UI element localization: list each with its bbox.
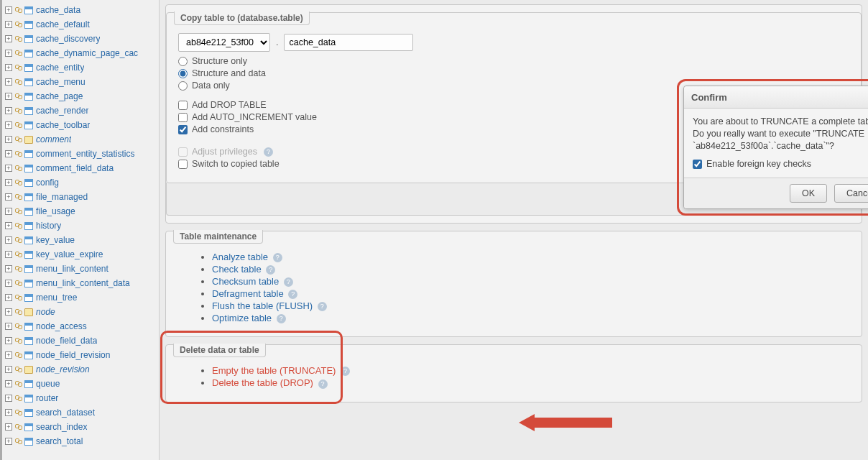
help-icon[interactable]: ? bbox=[273, 253, 282, 262]
link-icon bbox=[15, 165, 22, 171]
sidebar-item-cache_page[interactable]: +cache_page bbox=[2, 89, 159, 104]
expand-icon[interactable]: + bbox=[5, 251, 12, 258]
sidebar-item-node_field_revision[interactable]: +node_field_revision bbox=[2, 348, 159, 362]
sidebar-item-cache_entity[interactable]: +cache_entity bbox=[2, 60, 159, 75]
expand-icon[interactable]: + bbox=[5, 50, 12, 57]
sidebar-item-file_managed[interactable]: +file_managed bbox=[2, 190, 159, 204]
expand-icon[interactable]: + bbox=[5, 136, 12, 143]
radio-data-only[interactable] bbox=[178, 81, 188, 91]
sidebar-item-cache_default[interactable]: +cache_default bbox=[2, 17, 159, 32]
sidebar-item-cache_data[interactable]: +cache_data bbox=[2, 3, 159, 17]
table-icon bbox=[24, 21, 33, 29]
sidebar-item-comment_entity_statistics[interactable]: +comment_entity_statistics bbox=[2, 147, 159, 161]
sidebar-item-cache_toolbar[interactable]: +cache_toolbar bbox=[2, 118, 159, 132]
expand-icon[interactable]: + bbox=[5, 165, 12, 172]
expand-icon[interactable]: + bbox=[5, 107, 12, 114]
sidebar-item-comment[interactable]: +comment bbox=[2, 132, 159, 147]
help-icon[interactable]: ? bbox=[284, 277, 293, 287]
sidebar-item-node_revision[interactable]: +node_revision bbox=[2, 362, 159, 377]
expand-icon[interactable]: + bbox=[5, 423, 12, 431]
expand-icon[interactable]: + bbox=[5, 395, 12, 402]
expand-icon[interactable]: + bbox=[5, 294, 12, 301]
sidebar-item-comment_field_data[interactable]: +comment_field_data bbox=[2, 161, 159, 175]
radio-structure-only[interactable] bbox=[178, 57, 188, 66]
tree-label: comment_entity_statistics bbox=[36, 149, 134, 159]
expand-icon[interactable]: + bbox=[5, 409, 12, 416]
expand-icon[interactable]: + bbox=[5, 6, 12, 14]
tree-label: cache_menu bbox=[36, 77, 86, 87]
radio-structure-data[interactable] bbox=[178, 69, 188, 78]
copy-table-input[interactable] bbox=[284, 34, 413, 51]
expand-icon[interactable]: + bbox=[5, 193, 12, 201]
check-constraints[interactable] bbox=[178, 125, 188, 134]
check-switch[interactable] bbox=[178, 160, 188, 169]
sidebar-item-search_index[interactable]: +search_index bbox=[2, 420, 159, 434]
maintenance-link[interactable]: Defragment table bbox=[212, 288, 284, 299]
expand-icon[interactable]: + bbox=[5, 93, 12, 100]
expand-icon[interactable]: + bbox=[5, 208, 12, 215]
sidebar-item-menu_link_content[interactable]: +menu_link_content bbox=[2, 262, 159, 276]
sidebar-item-node[interactable]: +node bbox=[2, 305, 159, 319]
check-foreign-keys[interactable] bbox=[693, 160, 702, 169]
sidebar-item-node_access[interactable]: +node_access bbox=[2, 319, 159, 334]
expand-icon[interactable]: + bbox=[5, 351, 12, 359]
expand-icon[interactable]: + bbox=[5, 179, 12, 186]
sidebar-item-cache_menu[interactable]: +cache_menu bbox=[2, 75, 159, 89]
sidebar-item-file_usage[interactable]: +file_usage bbox=[2, 204, 159, 218]
maintenance-link[interactable]: Flush the table (FLUSH) bbox=[212, 300, 313, 311]
expand-icon[interactable]: + bbox=[5, 280, 12, 287]
sidebar-item-node_field_data[interactable]: +node_field_data bbox=[2, 334, 159, 348]
help-icon[interactable]: ? bbox=[266, 265, 275, 275]
sidebar-item-menu_link_content_data[interactable]: +menu_link_content_data bbox=[2, 276, 159, 290]
expand-icon[interactable]: + bbox=[5, 21, 12, 28]
delete-link[interactable]: Delete the table (DROP) bbox=[212, 377, 313, 388]
expand-icon[interactable]: + bbox=[5, 222, 12, 229]
expand-icon[interactable]: + bbox=[5, 323, 12, 330]
sidebar-item-cache_discovery[interactable]: +cache_discovery bbox=[2, 32, 159, 46]
check-autoinc[interactable] bbox=[178, 113, 188, 122]
sidebar-item-queue[interactable]: +queue bbox=[2, 377, 159, 391]
expand-icon[interactable]: + bbox=[5, 380, 12, 387]
expand-icon[interactable]: + bbox=[5, 438, 12, 445]
expand-icon[interactable]: + bbox=[5, 236, 12, 244]
maintenance-link[interactable]: Analyze table bbox=[212, 252, 268, 262]
link-icon bbox=[15, 438, 22, 444]
sidebar-item-search_total[interactable]: +search_total bbox=[2, 434, 159, 448]
expand-icon[interactable]: + bbox=[5, 35, 12, 42]
sidebar-item-key_value_expire[interactable]: +key_value_expire bbox=[2, 247, 159, 262]
copy-db-select[interactable]: ab84e212_53f00a bbox=[178, 33, 270, 52]
sidebar-item-search_dataset[interactable]: +search_dataset bbox=[2, 405, 159, 420]
help-icon[interactable]: ? bbox=[288, 290, 297, 299]
help-icon[interactable]: ? bbox=[318, 380, 328, 389]
sidebar-item-menu_tree[interactable]: +menu_tree bbox=[2, 290, 159, 305]
delete-link[interactable]: Empty the table (TRUNCATE) bbox=[212, 365, 336, 376]
sidebar-item-cache_render[interactable]: +cache_render bbox=[2, 104, 159, 118]
maintenance-link[interactable]: Check table bbox=[212, 264, 262, 275]
expand-icon[interactable]: + bbox=[5, 150, 12, 157]
expand-icon[interactable]: + bbox=[5, 366, 12, 373]
expand-icon[interactable]: + bbox=[5, 265, 12, 272]
ok-button[interactable]: OK bbox=[790, 184, 827, 203]
check-drop-table[interactable] bbox=[178, 101, 188, 110]
expand-icon[interactable]: + bbox=[5, 64, 12, 71]
expand-icon[interactable]: + bbox=[5, 337, 12, 344]
expand-icon[interactable]: + bbox=[5, 121, 12, 129]
sidebar-item-key_value[interactable]: +key_value bbox=[2, 233, 159, 247]
tree-label: search_total bbox=[36, 436, 83, 446]
list-item: Checksum table ? bbox=[212, 276, 850, 287]
help-icon[interactable]: ? bbox=[341, 367, 350, 376]
sidebar-item-config[interactable]: +config bbox=[2, 175, 159, 190]
sidebar-item-router[interactable]: +router bbox=[2, 391, 159, 405]
help-icon[interactable]: ? bbox=[277, 314, 286, 323]
sidebar-item-cache_dynamic_page_cac[interactable]: +cache_dynamic_page_cac bbox=[2, 46, 159, 60]
expand-icon[interactable]: + bbox=[5, 308, 12, 316]
cancel-button[interactable]: Cancel bbox=[834, 184, 868, 203]
maintenance-link[interactable]: Optimize table bbox=[212, 313, 272, 323]
table-icon bbox=[24, 150, 33, 158]
maintenance-link[interactable]: Checksum table bbox=[212, 276, 279, 287]
help-icon[interactable]: ? bbox=[264, 147, 273, 157]
sidebar-item-history[interactable]: +history bbox=[2, 218, 159, 233]
link-icon bbox=[15, 367, 22, 372]
help-icon[interactable]: ? bbox=[318, 302, 327, 311]
expand-icon[interactable]: + bbox=[5, 78, 12, 86]
